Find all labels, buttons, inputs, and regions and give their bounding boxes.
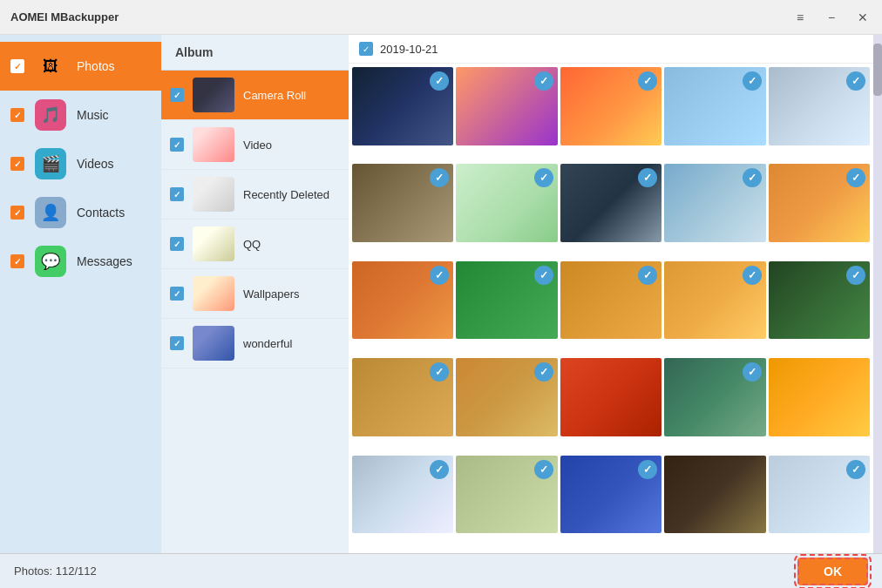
photo-cell-12[interactable]: ✓ <box>456 261 557 340</box>
album-item-qq[interactable]: QQ <box>161 220 349 269</box>
sidebar-checkbox-contacts[interactable] <box>10 206 24 220</box>
photo-check-8: ✓ <box>638 168 657 187</box>
scrollbar-thumb[interactable] <box>873 44 882 96</box>
ok-button[interactable]: OK <box>797 558 868 585</box>
photo-cell-7[interactable]: ✓ <box>456 164 557 242</box>
window-controls: ≡ − ✕ <box>791 9 872 26</box>
photo-cell-19[interactable]: ✓ <box>664 358 765 436</box>
title-bar: AOMEI MBackupper ≡ − ✕ <box>0 0 882 35</box>
photo-cell-24[interactable] <box>664 456 765 534</box>
photo-check-25: ✓ <box>846 460 865 479</box>
bottom-bar: Photos: 112/112 OK <box>0 553 882 588</box>
photos-icon: 🖼 <box>35 51 66 82</box>
photo-check-16: ✓ <box>430 362 449 382</box>
photo-cell-17[interactable]: ✓ <box>456 358 557 436</box>
album-thumb-qq <box>193 226 234 261</box>
messages-icon: 💬 <box>35 246 66 277</box>
photo-cell-2[interactable]: ✓ <box>456 67 557 145</box>
photo-check-9: ✓ <box>743 168 762 187</box>
album-checkbox-video[interactable] <box>170 138 184 152</box>
album-thumb-wallpapers <box>193 276 234 311</box>
album-label-wallpapers: Wallpapers <box>243 287 300 301</box>
album-thumb-wonderful <box>193 326 234 361</box>
photo-check-21: ✓ <box>430 460 449 479</box>
photo-check-14: ✓ <box>743 266 762 285</box>
sidebar-checkbox-music[interactable] <box>10 108 24 122</box>
sidebar: 🖼Photos🎵Music🎬Videos👤Contacts💬Messages <box>0 35 161 553</box>
photo-cell-8[interactable]: ✓ <box>560 164 662 242</box>
album-label-recently-deleted: Recently Deleted <box>243 188 329 201</box>
photo-cell-23[interactable]: ✓ <box>560 456 662 534</box>
photo-check-12: ✓ <box>534 266 553 285</box>
photo-grid: ✓✓✓✓✓✓✓✓✓✓✓✓✓✓✓✓✓✓✓✓✓✓ <box>349 64 873 553</box>
photo-cell-6[interactable]: ✓ <box>352 164 453 242</box>
photo-check-3: ✓ <box>638 71 657 91</box>
album-item-recently-deleted[interactable]: Recently Deleted <box>161 170 349 220</box>
status-text: Photos: 112/112 <box>14 564 97 578</box>
album-label-qq: QQ <box>243 238 261 251</box>
sidebar-checkbox-messages[interactable] <box>10 254 24 268</box>
photo-cell-10[interactable]: ✓ <box>769 164 870 242</box>
album-item-wallpapers[interactable]: Wallpapers <box>161 269 349 319</box>
contacts-icon: 👤 <box>35 197 66 228</box>
photo-check-17: ✓ <box>534 362 553 382</box>
photo-cell-11[interactable]: ✓ <box>352 261 453 340</box>
album-checkbox-camera-roll[interactable] <box>170 88 184 102</box>
photo-check-11: ✓ <box>430 266 449 285</box>
scrollbar-track[interactable] <box>873 35 882 553</box>
album-thumb-recently-deleted <box>193 177 234 212</box>
photo-check-7: ✓ <box>534 168 553 187</box>
album-header: Album <box>161 35 349 71</box>
photo-cell-4[interactable]: ✓ <box>664 67 765 145</box>
album-checkbox-qq[interactable] <box>170 237 184 251</box>
sidebar-item-contacts[interactable]: 👤Contacts <box>0 188 161 237</box>
photo-check-2: ✓ <box>534 71 553 91</box>
album-item-camera-roll[interactable]: Camera Roll <box>161 71 349 120</box>
photo-cell-21[interactable]: ✓ <box>352 456 453 534</box>
photo-cell-18[interactable] <box>560 358 662 436</box>
minimize-btn[interactable]: − <box>823 9 840 26</box>
photo-cell-25[interactable]: ✓ <box>769 456 870 534</box>
photo-check-19: ✓ <box>743 362 762 382</box>
sidebar-label-photos: Photos <box>77 59 115 73</box>
photo-cell-22[interactable]: ✓ <box>456 456 557 534</box>
main-container: 🖼Photos🎵Music🎬Videos👤Contacts💬Messages A… <box>0 35 882 553</box>
photo-cell-9[interactable]: ✓ <box>664 164 765 242</box>
app-title: AOMEI MBackupper <box>10 10 791 24</box>
album-panel: Album Camera RollVideoRecently DeletedQQ… <box>161 35 349 553</box>
date-checkbox[interactable] <box>359 42 373 56</box>
music-icon: 🎵 <box>35 99 66 131</box>
album-thumb-camera-roll <box>193 78 234 112</box>
photo-cell-5[interactable]: ✓ <box>769 67 870 145</box>
album-checkbox-wonderful[interactable] <box>170 336 184 350</box>
sidebar-item-videos[interactable]: 🎬Videos <box>0 139 161 188</box>
photo-cell-15[interactable]: ✓ <box>769 261 870 340</box>
photo-cell-14[interactable]: ✓ <box>664 261 765 340</box>
photo-cell-1[interactable]: ✓ <box>352 67 453 145</box>
sidebar-item-messages[interactable]: 💬Messages <box>0 237 161 286</box>
sidebar-item-music[interactable]: 🎵Music <box>0 91 161 139</box>
photo-cell-20[interactable] <box>769 358 870 436</box>
sidebar-checkbox-videos[interactable] <box>10 157 24 171</box>
album-item-wonderful[interactable]: wonderful <box>161 319 349 368</box>
photo-cell-3[interactable]: ✓ <box>560 67 662 145</box>
album-checkbox-recently-deleted[interactable] <box>170 187 184 201</box>
photo-check-1: ✓ <box>430 71 449 91</box>
list-view-btn[interactable]: ≡ <box>791 9 809 26</box>
photo-check-23: ✓ <box>638 460 657 479</box>
photo-check-10: ✓ <box>846 168 865 187</box>
album-label-wonderful: wonderful <box>243 337 292 350</box>
sidebar-item-photos[interactable]: 🖼Photos <box>0 42 161 91</box>
album-item-video[interactable]: Video <box>161 120 349 170</box>
sidebar-label-videos: Videos <box>77 157 114 171</box>
photo-check-5: ✓ <box>846 71 865 91</box>
sidebar-label-music: Music <box>77 108 109 122</box>
sidebar-checkbox-photos[interactable] <box>10 59 24 73</box>
photo-check-6: ✓ <box>430 168 449 187</box>
album-thumb-video <box>193 127 234 162</box>
photo-cell-13[interactable]: ✓ <box>560 261 662 340</box>
photo-cell-16[interactable]: ✓ <box>352 358 453 436</box>
date-label: 2019-10-21 <box>380 43 438 56</box>
close-btn[interactable]: ✕ <box>854 9 872 26</box>
album-checkbox-wallpapers[interactable] <box>170 287 184 301</box>
